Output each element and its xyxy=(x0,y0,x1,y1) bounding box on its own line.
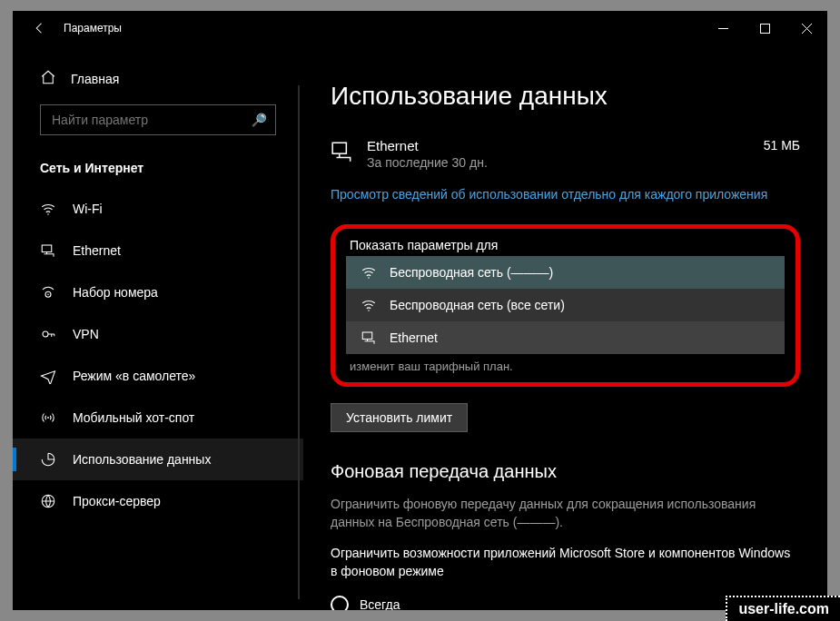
settings-window: Параметры Главная 🔍 xyxy=(13,11,827,610)
usage-summary[interactable]: Ethernet За последние 30 дн. 51 МБ xyxy=(331,138,800,170)
airplane-icon xyxy=(40,368,56,384)
svg-point-10 xyxy=(368,310,370,311)
sidebar-group-header: Сеть и Интернет xyxy=(13,148,303,188)
usage-period: За последние 30 дн. xyxy=(367,155,746,170)
home-icon xyxy=(40,69,56,88)
sidebar-item-label: Ethernet xyxy=(73,243,121,258)
search-input[interactable] xyxy=(40,104,276,135)
svg-point-6 xyxy=(47,417,49,419)
set-limit-button[interactable]: Установить лимит xyxy=(331,403,468,432)
section-heading-background: Фоновая передача данных xyxy=(331,461,800,482)
svg-point-5 xyxy=(43,331,48,337)
search-container: 🔍 xyxy=(13,99,303,148)
sidebar-item-dialup[interactable]: Набор номера xyxy=(13,271,303,313)
minimize-icon xyxy=(718,24,728,34)
dropdown-option-wifi-named[interactable]: Беспроводная сеть (———) xyxy=(346,256,785,289)
back-button[interactable] xyxy=(22,11,58,45)
dialup-icon xyxy=(40,284,56,301)
window-body: Главная 🔍 Сеть и Интернет Wi-Fi Et xyxy=(13,45,827,610)
wifi-icon xyxy=(361,264,377,281)
sidebar-item-data-usage[interactable]: Использование данных xyxy=(13,439,303,480)
ethernet-icon xyxy=(331,138,367,167)
radio-label: Всегда xyxy=(360,597,400,610)
svg-rect-11 xyxy=(362,332,372,340)
hotspot-icon xyxy=(40,409,56,426)
ethernet-icon xyxy=(40,242,56,259)
plan-hint-text: изменит ваш тарифный план. xyxy=(346,360,785,373)
wifi-icon xyxy=(361,297,377,313)
sidebar-item-label: VPN xyxy=(73,327,99,341)
sidebar-item-label: Набор номера xyxy=(73,285,158,300)
sidebar-item-label: Мобильный хот-спот xyxy=(73,410,194,425)
svg-rect-2 xyxy=(42,245,52,252)
dropdown-option-wifi-all[interactable]: Беспроводная сеть (все сети) xyxy=(346,289,785,321)
arrow-left-icon xyxy=(32,20,48,36)
search-icon: 🔍 xyxy=(252,113,267,127)
svg-rect-0 xyxy=(760,24,769,33)
svg-point-4 xyxy=(47,294,49,296)
sidebar-item-label: Wi-Fi xyxy=(73,202,103,216)
highlight-annotation: Показать параметры для Беспроводная сеть… xyxy=(331,224,800,387)
sidebar-item-vpn[interactable]: VPN xyxy=(13,313,303,355)
page-title: Использование данных xyxy=(331,82,800,111)
store-restriction-text: Ограничить возможности приложений Micros… xyxy=(331,544,800,581)
close-button[interactable] xyxy=(786,11,827,45)
watermark: user-life.com xyxy=(726,596,840,621)
minimize-button[interactable] xyxy=(702,11,744,45)
sidebar-item-home[interactable]: Главная xyxy=(13,58,303,99)
usage-amount: 51 МБ xyxy=(746,138,800,153)
sidebar-item-ethernet[interactable]: Ethernet xyxy=(13,230,303,271)
dropdown-option-ethernet[interactable]: Ethernet xyxy=(346,321,785,354)
per-app-usage-link[interactable]: Просмотр сведений об использовании отдел… xyxy=(331,187,767,202)
sidebar-scrollbar[interactable] xyxy=(298,85,300,599)
svg-rect-8 xyxy=(332,143,346,153)
sidebar-item-proxy[interactable]: Прокси-сервер xyxy=(13,480,303,522)
titlebar: Параметры xyxy=(13,11,827,45)
sidebar-item-label: Использование данных xyxy=(73,452,211,467)
background-description: Ограничить фоновую передачу данных для с… xyxy=(331,495,800,532)
ethernet-icon xyxy=(361,330,377,346)
vpn-icon xyxy=(40,326,56,342)
network-dropdown-list: Беспроводная сеть (———) Беспроводная сет… xyxy=(346,256,785,354)
svg-point-9 xyxy=(368,277,370,279)
close-icon xyxy=(802,24,812,34)
sidebar: Главная 🔍 Сеть и Интернет Wi-Fi Et xyxy=(13,45,303,610)
sidebar-item-label: Режим «в самолете» xyxy=(73,369,195,383)
data-usage-icon xyxy=(40,451,56,468)
sidebar-item-label: Прокси-сервер xyxy=(73,494,161,508)
dropdown-label: Показать параметры для xyxy=(350,238,785,252)
dropdown-option-label: Беспроводная сеть (все сети) xyxy=(390,298,565,312)
proxy-icon xyxy=(40,493,56,509)
radio-icon xyxy=(331,596,349,610)
maximize-icon xyxy=(760,24,770,34)
window-title: Параметры xyxy=(58,22,122,34)
usage-interface: Ethernet xyxy=(367,138,746,153)
sidebar-item-airplane[interactable]: Режим «в самолете» xyxy=(13,355,303,397)
sidebar-item-label: Главная xyxy=(71,72,119,86)
dropdown-option-label: Беспроводная сеть (———) xyxy=(390,265,553,280)
sidebar-item-wifi[interactable]: Wi-Fi xyxy=(13,188,303,230)
maximize-button[interactable] xyxy=(744,11,786,45)
wifi-icon xyxy=(40,201,56,217)
dropdown-option-label: Ethernet xyxy=(390,330,438,345)
svg-point-1 xyxy=(47,213,49,215)
sidebar-item-hotspot[interactable]: Мобильный хот-спот xyxy=(13,397,303,439)
main-content: Использование данных Ethernet За последн… xyxy=(303,45,827,610)
